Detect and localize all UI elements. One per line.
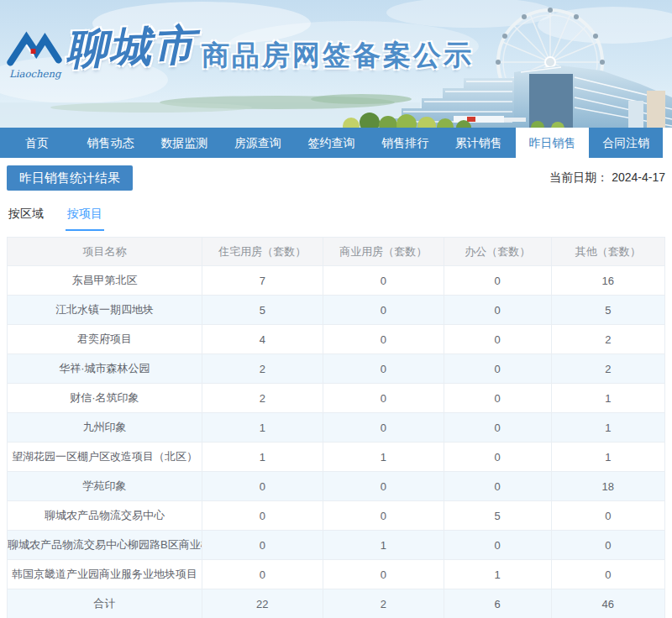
value-cell: 1 bbox=[551, 443, 664, 472]
value-cell: 0 bbox=[323, 560, 444, 589]
city-name-calligraphy: 聊城市 bbox=[65, 19, 197, 74]
value-cell: 0 bbox=[202, 531, 323, 560]
value-cell: 0 bbox=[202, 472, 323, 501]
project-name-cell: 君奕府项目 bbox=[8, 325, 202, 354]
project-name-cell: 聊城农产品物流交易中心柳园路B区商业楼 bbox=[8, 531, 202, 560]
value-cell: 1 bbox=[323, 531, 444, 560]
table-row: 聊城农产品物流交易中心柳园路B区商业楼0100 bbox=[8, 531, 665, 560]
value-cell: 1 bbox=[551, 413, 664, 443]
value-cell: 0 bbox=[202, 501, 323, 531]
value-cell: 0 bbox=[323, 413, 444, 443]
column-header-3: 办公（套数） bbox=[444, 238, 551, 266]
project-name-cell: 九州印象 bbox=[8, 413, 202, 443]
project-name-cell: 望湖花园一区棚户区改造项目（北区） bbox=[8, 443, 202, 472]
liaocheng-logo-icon: Liaocheng bbox=[7, 24, 62, 84]
table-total-row: 合计222646 bbox=[8, 589, 665, 618]
section-header: 昨日销售统计结果 当前日期：2024-4-17 bbox=[7, 165, 665, 191]
brand: Liaocheng 聊城市 商品房网签备案公示 bbox=[7, 15, 474, 84]
value-cell: 0 bbox=[551, 560, 664, 589]
table-row: 君奕府项目4002 bbox=[8, 325, 665, 354]
value-cell: 0 bbox=[323, 501, 444, 531]
table-row: 聊城农产品物流交易中心0050 bbox=[8, 501, 665, 531]
column-header-1: 住宅用房（套数） bbox=[202, 238, 323, 266]
svg-text:Liaocheng: Liaocheng bbox=[9, 68, 62, 80]
value-cell: 0 bbox=[551, 531, 664, 560]
value-cell: 0 bbox=[323, 266, 444, 296]
current-date-value: 2024-4-17 bbox=[612, 170, 665, 184]
nav-item-1[interactable]: 销售动态 bbox=[74, 128, 148, 158]
value-cell: 0 bbox=[444, 531, 551, 560]
table-row: 韩国京畿道产业园商业服务业地块项目0010 bbox=[8, 560, 665, 589]
nav-item-7[interactable]: 昨日销售 bbox=[516, 128, 590, 158]
value-cell: 0 bbox=[444, 472, 551, 501]
value-cell: 2 bbox=[551, 354, 664, 384]
table-row: 财信·名筑印象2001 bbox=[8, 384, 665, 413]
nav-item-8[interactable]: 合同注销 bbox=[589, 128, 663, 158]
value-cell: 5 bbox=[202, 296, 323, 325]
value-cell: 7 bbox=[202, 266, 323, 296]
value-cell: 46 bbox=[551, 589, 664, 618]
value-cell: 0 bbox=[202, 560, 323, 589]
current-date: 当前日期：2024-4-17 bbox=[549, 170, 665, 186]
table-row: 东昌甲第北区70016 bbox=[8, 266, 665, 296]
value-cell: 0 bbox=[444, 325, 551, 354]
project-name-cell: 东昌甲第北区 bbox=[8, 266, 202, 296]
column-header-4: 其他（套数） bbox=[551, 238, 664, 266]
value-cell: 4 bbox=[202, 325, 323, 354]
site-title: 商品房网签备案公示 bbox=[202, 37, 474, 75]
value-cell: 5 bbox=[551, 296, 664, 325]
value-cell: 6 bbox=[444, 589, 551, 618]
project-name-cell: 华祥·城市森林公园 bbox=[8, 354, 202, 384]
nav-item-3[interactable]: 房源查询 bbox=[221, 128, 295, 158]
table-row: 九州印象1001 bbox=[8, 413, 665, 443]
main-content: 昨日销售统计结果 当前日期：2024-4-17 按区域按项目 项目名称住宅用房（… bbox=[0, 165, 672, 618]
value-cell: 5 bbox=[444, 501, 551, 531]
project-name-cell: 江北水镇一期四地块 bbox=[8, 296, 202, 325]
nav-item-4[interactable]: 签约查询 bbox=[295, 128, 369, 158]
project-name-cell: 财信·名筑印象 bbox=[8, 384, 202, 413]
tab-1[interactable]: 按项目 bbox=[66, 202, 104, 231]
nav-item-5[interactable]: 销售排行 bbox=[368, 128, 442, 158]
value-cell: 0 bbox=[323, 296, 444, 325]
tab-0[interactable]: 按区域 bbox=[7, 202, 45, 231]
table-row: 华祥·城市森林公园2002 bbox=[8, 354, 665, 384]
value-cell: 0 bbox=[444, 354, 551, 384]
value-cell: 1 bbox=[323, 443, 444, 472]
site-header: Liaocheng 聊城市 商品房网签备案公示 bbox=[0, 0, 672, 128]
value-cell: 16 bbox=[551, 266, 664, 296]
value-cell: 0 bbox=[444, 266, 551, 296]
value-cell: 1 bbox=[202, 413, 323, 443]
value-cell: 0 bbox=[444, 384, 551, 413]
nav-item-2[interactable]: 数据监测 bbox=[147, 128, 221, 158]
section-title-badge: 昨日销售统计结果 bbox=[7, 165, 133, 191]
nav-item-0[interactable]: 首页 bbox=[0, 128, 74, 158]
current-date-label: 当前日期： bbox=[549, 170, 608, 184]
value-cell: 1 bbox=[444, 560, 551, 589]
column-header-0: 项目名称 bbox=[8, 238, 202, 266]
value-cell: 0 bbox=[444, 296, 551, 325]
value-cell: 18 bbox=[551, 472, 664, 501]
value-cell: 22 bbox=[202, 589, 323, 618]
table-row: 望湖花园一区棚户区改造项目（北区）1101 bbox=[8, 443, 665, 472]
value-cell: 1 bbox=[202, 443, 323, 472]
nav-bar: 首页销售动态数据监测房源查询签约查询销售排行累计销售昨日销售合同注销 bbox=[0, 128, 663, 158]
value-cell: 0 bbox=[444, 443, 551, 472]
view-tabs: 按区域按项目 bbox=[7, 202, 665, 231]
value-cell: 2 bbox=[202, 384, 323, 413]
value-cell: 0 bbox=[551, 501, 664, 531]
value-cell: 1 bbox=[551, 384, 664, 413]
value-cell: 2 bbox=[202, 354, 323, 384]
project-name-cell: 合计 bbox=[8, 589, 202, 618]
value-cell: 2 bbox=[323, 589, 444, 618]
value-cell: 2 bbox=[551, 325, 664, 354]
table-header-row: 项目名称住宅用房（套数）商业用房（套数）办公（套数）其他（套数） bbox=[8, 238, 665, 266]
value-cell: 0 bbox=[323, 354, 444, 384]
project-name-cell: 聊城农产品物流交易中心 bbox=[8, 501, 202, 531]
table-row: 江北水镇一期四地块5005 bbox=[8, 296, 665, 325]
value-cell: 0 bbox=[323, 325, 444, 354]
nav-item-6[interactable]: 累计销售 bbox=[442, 128, 516, 158]
main-navigation: 首页销售动态数据监测房源查询签约查询销售排行累计销售昨日销售合同注销 bbox=[0, 128, 672, 158]
project-name-cell: 韩国京畿道产业园商业服务业地块项目 bbox=[8, 560, 202, 589]
project-name-cell: 学苑印象 bbox=[8, 472, 202, 501]
table-row: 学苑印象00018 bbox=[8, 472, 665, 501]
